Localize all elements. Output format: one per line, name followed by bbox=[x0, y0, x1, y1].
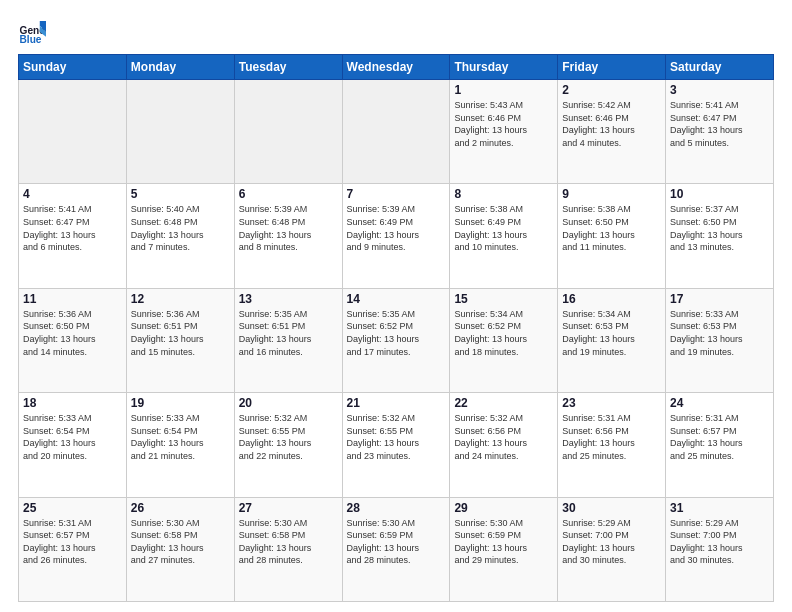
calendar-cell: 25Sunrise: 5:31 AM Sunset: 6:57 PM Dayli… bbox=[19, 497, 127, 601]
calendar-cell: 13Sunrise: 5:35 AM Sunset: 6:51 PM Dayli… bbox=[234, 288, 342, 392]
cell-content: Sunrise: 5:35 AM Sunset: 6:51 PM Dayligh… bbox=[239, 308, 338, 358]
calendar-cell: 12Sunrise: 5:36 AM Sunset: 6:51 PM Dayli… bbox=[126, 288, 234, 392]
day-number: 27 bbox=[239, 501, 338, 515]
calendar-cell: 28Sunrise: 5:30 AM Sunset: 6:59 PM Dayli… bbox=[342, 497, 450, 601]
day-number: 24 bbox=[670, 396, 769, 410]
day-number: 25 bbox=[23, 501, 122, 515]
day-number: 16 bbox=[562, 292, 661, 306]
day-number: 11 bbox=[23, 292, 122, 306]
cell-content: Sunrise: 5:29 AM Sunset: 7:00 PM Dayligh… bbox=[670, 517, 769, 567]
calendar-cell: 24Sunrise: 5:31 AM Sunset: 6:57 PM Dayli… bbox=[666, 393, 774, 497]
day-number: 23 bbox=[562, 396, 661, 410]
calendar-cell: 31Sunrise: 5:29 AM Sunset: 7:00 PM Dayli… bbox=[666, 497, 774, 601]
svg-text:Blue: Blue bbox=[20, 34, 42, 45]
calendar-cell: 19Sunrise: 5:33 AM Sunset: 6:54 PM Dayli… bbox=[126, 393, 234, 497]
day-number: 2 bbox=[562, 83, 661, 97]
calendar-cell: 21Sunrise: 5:32 AM Sunset: 6:55 PM Dayli… bbox=[342, 393, 450, 497]
calendar-cell: 8Sunrise: 5:38 AM Sunset: 6:49 PM Daylig… bbox=[450, 184, 558, 288]
calendar-cell: 15Sunrise: 5:34 AM Sunset: 6:52 PM Dayli… bbox=[450, 288, 558, 392]
cell-content: Sunrise: 5:30 AM Sunset: 6:59 PM Dayligh… bbox=[454, 517, 553, 567]
weekday-header: Wednesday bbox=[342, 55, 450, 80]
calendar-cell: 3Sunrise: 5:41 AM Sunset: 6:47 PM Daylig… bbox=[666, 80, 774, 184]
cell-content: Sunrise: 5:29 AM Sunset: 7:00 PM Dayligh… bbox=[562, 517, 661, 567]
calendar-cell: 6Sunrise: 5:39 AM Sunset: 6:48 PM Daylig… bbox=[234, 184, 342, 288]
calendar-cell: 27Sunrise: 5:30 AM Sunset: 6:58 PM Dayli… bbox=[234, 497, 342, 601]
calendar-cell bbox=[126, 80, 234, 184]
calendar-cell: 22Sunrise: 5:32 AM Sunset: 6:56 PM Dayli… bbox=[450, 393, 558, 497]
day-number: 20 bbox=[239, 396, 338, 410]
day-number: 5 bbox=[131, 187, 230, 201]
calendar-cell: 14Sunrise: 5:35 AM Sunset: 6:52 PM Dayli… bbox=[342, 288, 450, 392]
calendar-cell: 7Sunrise: 5:39 AM Sunset: 6:49 PM Daylig… bbox=[342, 184, 450, 288]
calendar-cell bbox=[342, 80, 450, 184]
cell-content: Sunrise: 5:32 AM Sunset: 6:55 PM Dayligh… bbox=[347, 412, 446, 462]
calendar-cell: 11Sunrise: 5:36 AM Sunset: 6:50 PM Dayli… bbox=[19, 288, 127, 392]
day-number: 3 bbox=[670, 83, 769, 97]
cell-content: Sunrise: 5:30 AM Sunset: 6:58 PM Dayligh… bbox=[131, 517, 230, 567]
calendar-week-row: 11Sunrise: 5:36 AM Sunset: 6:50 PM Dayli… bbox=[19, 288, 774, 392]
cell-content: Sunrise: 5:34 AM Sunset: 6:53 PM Dayligh… bbox=[562, 308, 661, 358]
cell-content: Sunrise: 5:33 AM Sunset: 6:54 PM Dayligh… bbox=[23, 412, 122, 462]
calendar-week-row: 1Sunrise: 5:43 AM Sunset: 6:46 PM Daylig… bbox=[19, 80, 774, 184]
cell-content: Sunrise: 5:31 AM Sunset: 6:57 PM Dayligh… bbox=[670, 412, 769, 462]
day-number: 13 bbox=[239, 292, 338, 306]
day-number: 4 bbox=[23, 187, 122, 201]
weekday-header: Saturday bbox=[666, 55, 774, 80]
calendar-week-row: 4Sunrise: 5:41 AM Sunset: 6:47 PM Daylig… bbox=[19, 184, 774, 288]
calendar-cell: 10Sunrise: 5:37 AM Sunset: 6:50 PM Dayli… bbox=[666, 184, 774, 288]
day-number: 19 bbox=[131, 396, 230, 410]
day-number: 7 bbox=[347, 187, 446, 201]
cell-content: Sunrise: 5:30 AM Sunset: 6:59 PM Dayligh… bbox=[347, 517, 446, 567]
calendar-cell: 1Sunrise: 5:43 AM Sunset: 6:46 PM Daylig… bbox=[450, 80, 558, 184]
cell-content: Sunrise: 5:31 AM Sunset: 6:56 PM Dayligh… bbox=[562, 412, 661, 462]
day-number: 31 bbox=[670, 501, 769, 515]
day-number: 26 bbox=[131, 501, 230, 515]
calendar-week-row: 25Sunrise: 5:31 AM Sunset: 6:57 PM Dayli… bbox=[19, 497, 774, 601]
calendar-cell: 17Sunrise: 5:33 AM Sunset: 6:53 PM Dayli… bbox=[666, 288, 774, 392]
cell-content: Sunrise: 5:41 AM Sunset: 6:47 PM Dayligh… bbox=[670, 99, 769, 149]
day-number: 30 bbox=[562, 501, 661, 515]
cell-content: Sunrise: 5:33 AM Sunset: 6:53 PM Dayligh… bbox=[670, 308, 769, 358]
day-number: 29 bbox=[454, 501, 553, 515]
cell-content: Sunrise: 5:34 AM Sunset: 6:52 PM Dayligh… bbox=[454, 308, 553, 358]
cell-content: Sunrise: 5:30 AM Sunset: 6:58 PM Dayligh… bbox=[239, 517, 338, 567]
calendar-cell: 20Sunrise: 5:32 AM Sunset: 6:55 PM Dayli… bbox=[234, 393, 342, 497]
header: General Blue bbox=[18, 18, 774, 46]
cell-content: Sunrise: 5:36 AM Sunset: 6:50 PM Dayligh… bbox=[23, 308, 122, 358]
page: General Blue SundayMondayTuesdayWednesda… bbox=[0, 0, 792, 612]
calendar-cell: 4Sunrise: 5:41 AM Sunset: 6:47 PM Daylig… bbox=[19, 184, 127, 288]
calendar-cell: 2Sunrise: 5:42 AM Sunset: 6:46 PM Daylig… bbox=[558, 80, 666, 184]
calendar-cell: 9Sunrise: 5:38 AM Sunset: 6:50 PM Daylig… bbox=[558, 184, 666, 288]
cell-content: Sunrise: 5:37 AM Sunset: 6:50 PM Dayligh… bbox=[670, 203, 769, 253]
day-number: 17 bbox=[670, 292, 769, 306]
calendar-table: SundayMondayTuesdayWednesdayThursdayFrid… bbox=[18, 54, 774, 602]
cell-content: Sunrise: 5:39 AM Sunset: 6:48 PM Dayligh… bbox=[239, 203, 338, 253]
calendar-cell: 16Sunrise: 5:34 AM Sunset: 6:53 PM Dayli… bbox=[558, 288, 666, 392]
day-number: 18 bbox=[23, 396, 122, 410]
cell-content: Sunrise: 5:35 AM Sunset: 6:52 PM Dayligh… bbox=[347, 308, 446, 358]
calendar-cell: 23Sunrise: 5:31 AM Sunset: 6:56 PM Dayli… bbox=[558, 393, 666, 497]
calendar-cell: 30Sunrise: 5:29 AM Sunset: 7:00 PM Dayli… bbox=[558, 497, 666, 601]
weekday-header: Sunday bbox=[19, 55, 127, 80]
cell-content: Sunrise: 5:33 AM Sunset: 6:54 PM Dayligh… bbox=[131, 412, 230, 462]
day-number: 12 bbox=[131, 292, 230, 306]
weekday-header: Thursday bbox=[450, 55, 558, 80]
day-number: 8 bbox=[454, 187, 553, 201]
calendar-cell: 29Sunrise: 5:30 AM Sunset: 6:59 PM Dayli… bbox=[450, 497, 558, 601]
day-number: 22 bbox=[454, 396, 553, 410]
calendar-cell: 26Sunrise: 5:30 AM Sunset: 6:58 PM Dayli… bbox=[126, 497, 234, 601]
cell-content: Sunrise: 5:39 AM Sunset: 6:49 PM Dayligh… bbox=[347, 203, 446, 253]
weekday-header: Monday bbox=[126, 55, 234, 80]
cell-content: Sunrise: 5:31 AM Sunset: 6:57 PM Dayligh… bbox=[23, 517, 122, 567]
calendar-week-row: 18Sunrise: 5:33 AM Sunset: 6:54 PM Dayli… bbox=[19, 393, 774, 497]
day-number: 9 bbox=[562, 187, 661, 201]
cell-content: Sunrise: 5:32 AM Sunset: 6:55 PM Dayligh… bbox=[239, 412, 338, 462]
cell-content: Sunrise: 5:38 AM Sunset: 6:50 PM Dayligh… bbox=[562, 203, 661, 253]
cell-content: Sunrise: 5:43 AM Sunset: 6:46 PM Dayligh… bbox=[454, 99, 553, 149]
day-number: 14 bbox=[347, 292, 446, 306]
weekday-header: Tuesday bbox=[234, 55, 342, 80]
calendar-cell bbox=[234, 80, 342, 184]
calendar-header-row: SundayMondayTuesdayWednesdayThursdayFrid… bbox=[19, 55, 774, 80]
calendar-cell bbox=[19, 80, 127, 184]
weekday-header: Friday bbox=[558, 55, 666, 80]
